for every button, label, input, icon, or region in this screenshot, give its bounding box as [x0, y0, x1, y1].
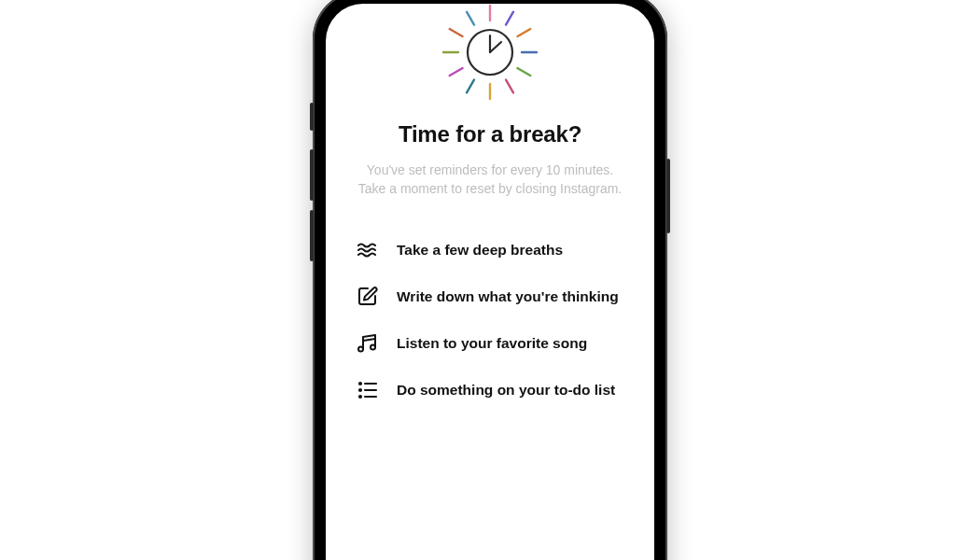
- svg-line-4: [517, 68, 530, 76]
- svg-point-17: [359, 383, 361, 385]
- breath-icon: [356, 238, 380, 262]
- svg-line-10: [450, 29, 463, 36]
- svg-point-16: [371, 344, 375, 349]
- write-icon: [356, 285, 380, 309]
- subtitle-line-1: You've set reminders for every 10 minute…: [367, 162, 613, 177]
- suggestion-row-todo: Do something on your to-do list: [356, 378, 628, 402]
- phone-frame: Time for a break? You've set reminders f…: [313, 0, 667, 560]
- page-subtitle: You've set reminders for every 10 minute…: [358, 161, 622, 199]
- suggestion-row-breath: Take a few deep breaths: [356, 238, 628, 262]
- svg-point-21: [359, 396, 361, 398]
- suggestion-row-music: Listen to your favorite song: [356, 331, 628, 356]
- suggestion-label: Do something on your to-do list: [397, 382, 615, 399]
- music-icon: [356, 331, 380, 356]
- svg-line-8: [450, 68, 463, 76]
- list-icon: [356, 378, 380, 402]
- suggestion-row-write: Write down what you're thinking: [356, 285, 628, 309]
- svg-line-14: [490, 42, 501, 52]
- clock-burst-icon: [429, 4, 551, 113]
- suggestion-label: Listen to your favorite song: [397, 335, 587, 352]
- svg-line-11: [467, 12, 474, 25]
- page-title: Time for a break?: [399, 121, 581, 147]
- clock-illustration: [434, 4, 546, 108]
- suggestions-list: Take a few deep breaths Write down what …: [352, 238, 628, 402]
- phone-volume-up-button: [310, 149, 314, 201]
- svg-line-7: [467, 79, 474, 92]
- phone-side-button: [310, 103, 314, 131]
- svg-line-2: [517, 29, 530, 36]
- phone-power-button: [666, 159, 670, 233]
- svg-point-19: [359, 389, 361, 391]
- phone-volume-down-button: [310, 210, 314, 261]
- suggestion-label: Take a few deep breaths: [397, 242, 563, 259]
- svg-point-15: [358, 346, 363, 351]
- svg-line-5: [506, 79, 513, 92]
- svg-line-1: [506, 12, 513, 25]
- subtitle-line-2: Take a moment to reset by closing Instag…: [358, 181, 622, 196]
- screen: Time for a break? You've set reminders f…: [326, 4, 654, 560]
- suggestion-label: Write down what you're thinking: [397, 288, 619, 305]
